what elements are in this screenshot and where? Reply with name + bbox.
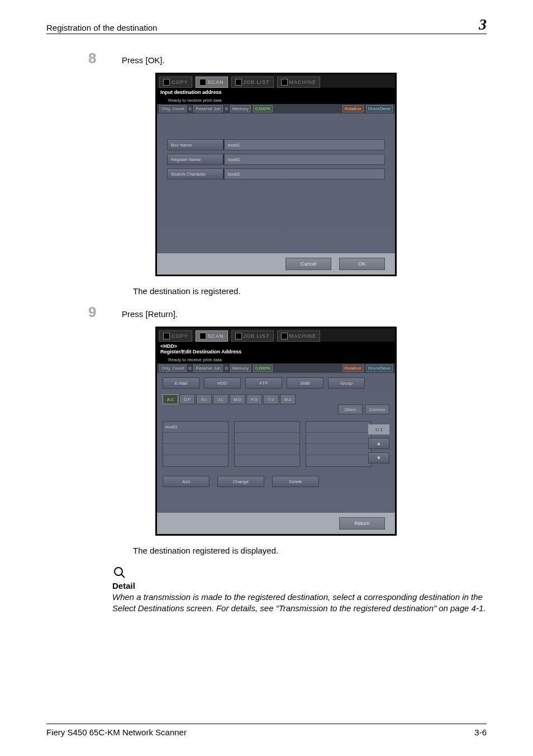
tab-machine-label: MACHINE	[289, 79, 317, 85]
hdd-button[interactable]: HDD	[204, 377, 241, 389]
tab-joblist[interactable]: JOB LIST	[231, 77, 274, 88]
svg-point-0	[115, 568, 122, 575]
alpha-df[interactable]: D-F	[179, 394, 195, 404]
others-button[interactable]: Others	[338, 404, 363, 414]
chapter-number: 3	[479, 17, 487, 32]
status-orig-val: 0	[189, 366, 191, 371]
tab-machine[interactable]: MACHINE	[277, 77, 321, 88]
joblist-icon	[235, 79, 242, 86]
list-item[interactable]	[306, 433, 371, 444]
common-button[interactable]: Common	[365, 404, 389, 414]
page-header: Registration of the destination 3	[46, 17, 487, 34]
ss1-tabs: COPY SCAN JOB LIST MACHINE	[157, 74, 395, 88]
alpha-tv[interactable]: T-V	[263, 394, 279, 404]
step-8-number: 8	[88, 50, 122, 67]
box-name-label[interactable]: Box Name	[167, 139, 224, 150]
tab-scan[interactable]: SCAN	[196, 330, 228, 342]
header-title: Registration of the destination	[46, 23, 479, 32]
status-mem-val: 0.000%	[253, 365, 273, 372]
email-button[interactable]: E-Mail	[163, 377, 199, 389]
tab-copy[interactable]: COPY	[159, 330, 192, 342]
machine-icon	[281, 79, 288, 86]
alpha-ps[interactable]: P-S	[246, 394, 262, 404]
register-name-label[interactable]: Register Name	[167, 154, 224, 165]
svg-line-1	[121, 574, 125, 578]
ss2-tabs: COPY SCAN JOB LIST MACHINE	[157, 328, 395, 342]
ok-button[interactable]: OK	[339, 258, 385, 270]
ftp-button[interactable]: FTP	[245, 377, 282, 389]
list-item[interactable]	[235, 422, 299, 433]
tab-scan[interactable]: SCAN	[196, 77, 228, 88]
page-up-button[interactable]: ▲	[368, 438, 389, 449]
detail-block: Detail When a transmission is made to th…	[112, 565, 487, 615]
list-item[interactable]: box01	[163, 422, 228, 433]
ss1-subtitle: Ready to receive print data	[157, 97, 395, 104]
add-button[interactable]: Add	[163, 476, 210, 487]
status-mem-val: 0.000%	[253, 105, 273, 112]
register-name-value[interactable]: box01	[224, 154, 385, 165]
alpha-wz[interactable]: W-Z	[280, 394, 296, 404]
smb-button[interactable]: SMB	[287, 377, 323, 389]
status-rotation: Rotation	[342, 365, 364, 372]
step-9: 9 Press [Return].	[88, 304, 487, 321]
tab-copy[interactable]: COPY	[159, 77, 192, 88]
machine-icon	[281, 333, 288, 339]
tab-copy-label: COPY	[172, 333, 188, 339]
list-col-1: box01	[163, 421, 229, 467]
list-item[interactable]	[163, 455, 228, 466]
ss2-status: Orig. Count 0 Reserve Job 0 Memory 0.000…	[157, 363, 395, 373]
tab-copy-label: COPY	[172, 79, 188, 85]
screenshot-register-edit: COPY SCAN JOB LIST MACHINE <HDD> Registe…	[155, 327, 397, 536]
ss2-subtitle: Ready to receive print data	[157, 356, 395, 363]
magnifier-icon	[112, 565, 127, 580]
page-footer: Fiery S450 65C-KM Network Scanner 3-6	[46, 724, 487, 737]
alpha-mo[interactable]: M-O	[230, 394, 245, 404]
ss1-main: Box Name box01 Register Name box01 Searc…	[157, 114, 395, 253]
alpha-jl[interactable]: J-L	[213, 394, 229, 404]
tab-machine[interactable]: MACHINE	[277, 330, 321, 342]
list-item[interactable]	[163, 444, 228, 455]
page-indicator: 1/ 1	[368, 424, 389, 434]
cancel-button[interactable]: Cancel	[285, 258, 331, 270]
status-res-label: Reserve Job	[193, 105, 223, 112]
group-button[interactable]: Group	[328, 377, 365, 389]
status-orig-val: 0	[189, 106, 191, 111]
tab-joblist-label: JOB LIST	[244, 333, 270, 339]
action-row: Add Change Delete	[163, 476, 389, 487]
ss1-status: Orig. Count 0 Reserve Job 0 Memory 0.000…	[157, 104, 395, 114]
tab-joblist[interactable]: JOB LIST	[231, 330, 274, 342]
list-item[interactable]	[163, 433, 228, 444]
tab-joblist-label: JOB LIST	[244, 79, 270, 85]
ss2-title: <HDD> Register/Edit Destination Address	[157, 342, 395, 356]
list-item[interactable]	[235, 444, 299, 455]
ss1-title: Input destination address	[157, 88, 395, 97]
list-item[interactable]	[306, 444, 371, 455]
ss1-bottom-bar: Cancel OK	[157, 253, 395, 275]
list-item[interactable]	[235, 433, 299, 444]
list-item[interactable]	[306, 422, 371, 433]
ss2-bottom-bar: Return	[157, 513, 395, 534]
step-8: 8 Press [OK].	[88, 50, 487, 67]
status-mem-label: Memory	[230, 105, 251, 112]
change-button[interactable]: Change	[217, 476, 264, 487]
search-char-value[interactable]: box01	[224, 168, 385, 179]
step-8-text: Press [OK].	[122, 55, 165, 65]
status-res-label: Reserve Job	[193, 365, 223, 372]
page-down-button[interactable]: ▼	[368, 452, 389, 464]
screenshot-input-destination: COPY SCAN JOB LIST MACHINE Input destina…	[155, 73, 397, 276]
list-item[interactable]	[235, 455, 299, 466]
status-orig-label: Orig. Count	[159, 105, 187, 112]
status-drum: Drum/Deve	[366, 365, 393, 372]
alpha-ac[interactable]: A-C	[163, 394, 178, 404]
ss2-main: E-Mail HDD FTP SMB Group A-C D-F G-I J-L…	[157, 373, 395, 513]
tab-machine-label: MACHINE	[289, 333, 317, 339]
list-item[interactable]	[306, 455, 371, 466]
status-res-val: 0	[225, 106, 227, 111]
return-button[interactable]: Return	[339, 517, 385, 530]
tab-scan-label: SCAN	[208, 79, 224, 85]
box-name-value[interactable]: box01	[224, 139, 385, 150]
list-col-2	[234, 421, 300, 467]
alpha-gi[interactable]: G-I	[196, 394, 212, 404]
delete-button[interactable]: Delete	[272, 476, 319, 487]
search-char-label[interactable]: Search Character	[167, 168, 224, 179]
